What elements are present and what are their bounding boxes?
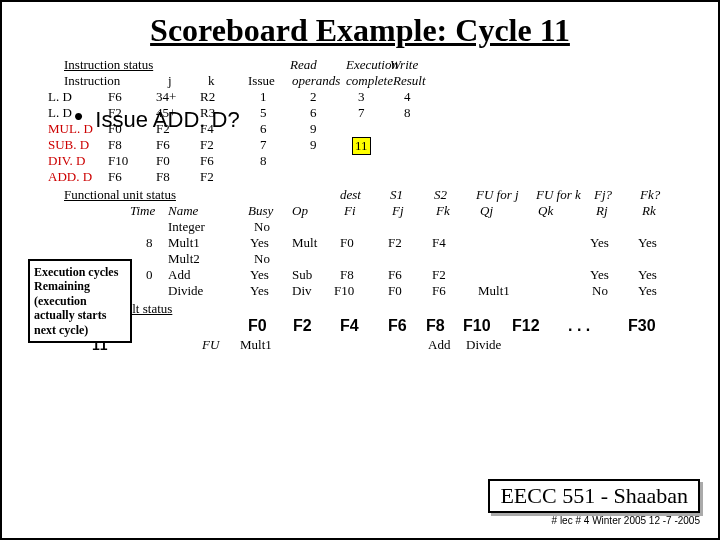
fur0-n: Integer bbox=[168, 219, 205, 235]
fur4-rj: No bbox=[592, 283, 608, 299]
ir0-op: L. D bbox=[48, 89, 72, 105]
fur1-n: Mult1 bbox=[168, 235, 200, 251]
ir2-k: F4 bbox=[200, 121, 214, 137]
fur3-fi: F8 bbox=[340, 267, 354, 283]
r-f12: F12 bbox=[512, 317, 540, 335]
fu-fuk: FU for k bbox=[536, 187, 581, 203]
ir2-d: F0 bbox=[108, 121, 122, 137]
ir3-iss: 7 bbox=[260, 137, 267, 153]
fur1-rk: Yes bbox=[638, 235, 657, 251]
fur1-rj: Yes bbox=[590, 235, 609, 251]
fur1-t: 8 bbox=[146, 235, 153, 251]
fur3-t: 0 bbox=[146, 267, 153, 283]
ir4-iss: 8 bbox=[260, 153, 267, 169]
ir3-d: F8 bbox=[108, 137, 122, 153]
ir2-iss: 6 bbox=[260, 121, 267, 137]
fur1-fk: F4 bbox=[432, 235, 446, 251]
ir1-j: 45+ bbox=[156, 105, 176, 121]
ir5-k: F2 bbox=[200, 169, 214, 185]
r-f0: F0 bbox=[248, 317, 267, 335]
lbl-read: Read bbox=[290, 57, 317, 73]
fu-qk: Qk bbox=[538, 203, 553, 219]
course-box: EECC 551 - Shaaban bbox=[488, 479, 700, 513]
ir3-op: SUB. D bbox=[48, 137, 89, 153]
ir0-wr: 4 bbox=[404, 89, 411, 105]
fur4-n: Divide bbox=[168, 283, 203, 299]
r-f30: F30 bbox=[628, 317, 656, 335]
fu-fi: Fi bbox=[344, 203, 356, 219]
ir0-j: 34+ bbox=[156, 89, 176, 105]
fur4-rk: Yes bbox=[638, 283, 657, 299]
ir3-rd: 9 bbox=[310, 137, 317, 153]
fu-header: Functional unit status bbox=[64, 187, 176, 203]
fur2-b: No bbox=[254, 251, 270, 267]
lbl-instruction: Instruction bbox=[64, 73, 120, 89]
r-dots: . . . bbox=[568, 317, 590, 335]
ir0-iss: 1 bbox=[260, 89, 267, 105]
footer: EECC 551 - Shaaban # lec # 4 Winter 2005… bbox=[488, 479, 700, 526]
ir3-j: F6 bbox=[156, 137, 170, 153]
fu-fkq: Fk? bbox=[640, 187, 660, 203]
fu-s2: S2 bbox=[434, 187, 447, 203]
ir5-j: F8 bbox=[156, 169, 170, 185]
lbl-complete: complete bbox=[346, 73, 393, 89]
ir1-op: L. D bbox=[48, 105, 72, 121]
lbl-result: Result bbox=[393, 73, 426, 89]
ir1-wr: 8 bbox=[404, 105, 411, 121]
fur1-fj: F2 bbox=[388, 235, 402, 251]
lbl-j: j bbox=[168, 73, 172, 89]
fur3-rj: Yes bbox=[590, 267, 609, 283]
fu-fk: Fk bbox=[436, 203, 450, 219]
fur3-b: Yes bbox=[250, 267, 269, 283]
sidenote-box: Execution cycles Remaining (execution ac… bbox=[28, 259, 132, 343]
ir2-j: F2 bbox=[156, 121, 170, 137]
fur4-o: Div bbox=[292, 283, 312, 299]
fu-op: Op bbox=[292, 203, 308, 219]
fur3-o: Sub bbox=[292, 267, 312, 283]
fu-fj: Fj bbox=[392, 203, 404, 219]
lbl-write: Write bbox=[390, 57, 418, 73]
ir4-op: DIV. D bbox=[48, 153, 85, 169]
fur3-fk: F2 bbox=[432, 267, 446, 283]
r-f8: F8 bbox=[426, 317, 445, 335]
ir5-op: ADD. D bbox=[48, 169, 92, 185]
fur0-b: No bbox=[254, 219, 270, 235]
footer-small: # lec # 4 Winter 2005 12 -7 -2005 bbox=[488, 515, 700, 526]
ir1-d: F2 bbox=[108, 105, 122, 121]
fur3-rk: Yes bbox=[638, 267, 657, 283]
ir5-d: F6 bbox=[108, 169, 122, 185]
lbl-operands: operands bbox=[292, 73, 340, 89]
rv3: Add bbox=[428, 337, 450, 353]
r-f10: F10 bbox=[463, 317, 491, 335]
lbl-issue: Issue bbox=[248, 73, 275, 89]
fu-qj: Qj bbox=[480, 203, 493, 219]
ir4-j: F0 bbox=[156, 153, 170, 169]
ir1-rd: 6 bbox=[310, 105, 317, 121]
fur4-qj: Mult1 bbox=[478, 283, 510, 299]
fur2-n: Mult2 bbox=[168, 251, 200, 267]
fur1-b: Yes bbox=[250, 235, 269, 251]
fur1-fi: F0 bbox=[340, 235, 354, 251]
ir0-rd: 2 bbox=[310, 89, 317, 105]
fu-name: Name bbox=[168, 203, 198, 219]
fu-fjq: Fj? bbox=[594, 187, 612, 203]
ir2-rd: 9 bbox=[310, 121, 317, 137]
fu-time: Time bbox=[130, 203, 155, 219]
rv4: Divide bbox=[466, 337, 501, 353]
instr-status-header: Instruction status bbox=[64, 57, 153, 73]
ir2-op: MUL. D bbox=[48, 121, 93, 137]
fu-dest: dest bbox=[340, 187, 361, 203]
fur3-n: Add bbox=[168, 267, 190, 283]
r-f2: F2 bbox=[293, 317, 312, 335]
fur4-fj: F0 bbox=[388, 283, 402, 299]
fu-busy: Busy bbox=[248, 203, 273, 219]
rv0: Mult1 bbox=[240, 337, 272, 353]
r-f4: F4 bbox=[340, 317, 359, 335]
r-f6: F6 bbox=[388, 317, 407, 335]
fu-fuj: FU for j bbox=[476, 187, 519, 203]
fur4-fk: F6 bbox=[432, 283, 446, 299]
fur4-fi: F10 bbox=[334, 283, 354, 299]
fu-rk: Rk bbox=[642, 203, 656, 219]
ir3-k: F2 bbox=[200, 137, 214, 153]
page-title: Scoreboard Example: Cycle 11 bbox=[2, 12, 718, 49]
